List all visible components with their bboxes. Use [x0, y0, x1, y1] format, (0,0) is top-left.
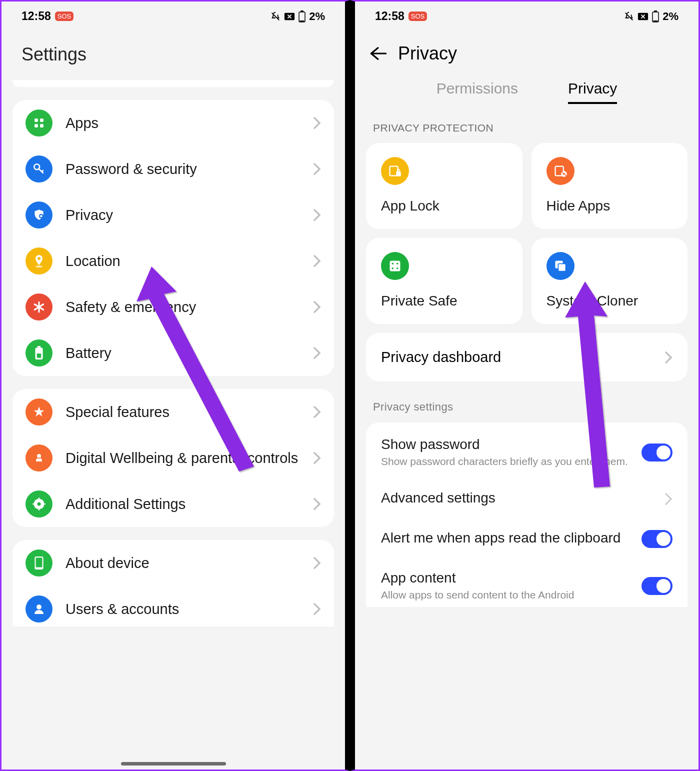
svg-rect-3: [300, 20, 304, 22]
star-icon: [26, 398, 52, 426]
tile-app-lock[interactable]: App Lock: [366, 143, 522, 229]
chevron-right-icon: [313, 116, 321, 130]
settings-item-label: Special features: [66, 404, 300, 420]
settings-group-1: Apps Password & security Privacy Locatio…: [12, 100, 334, 376]
settings-item-label: Privacy: [66, 207, 300, 224]
settings-group-2: Special features Digital Wellbeing & par…: [12, 389, 334, 527]
privacy-screen: 12:58 SOS 2% Privacy Permissions Privacy…: [350, 0, 700, 771]
status-time: 12:58: [375, 10, 404, 23]
sos-badge: SOS: [55, 12, 74, 21]
svg-rect-20: [38, 508, 40, 510]
svg-rect-21: [32, 504, 35, 504]
tile-system-cloner[interactable]: System Cloner: [532, 238, 688, 324]
settings-item-privacy[interactable]: Privacy: [12, 192, 334, 238]
section-header-privacy-settings: Privacy settings: [355, 398, 698, 422]
settings-item-apps[interactable]: Apps: [12, 100, 334, 146]
settings-item-location[interactable]: Location: [12, 238, 334, 284]
svg-point-12: [36, 266, 42, 268]
settings-item-battery[interactable]: Battery: [12, 330, 334, 376]
row-title: Show password: [381, 436, 632, 452]
privacy-dashboard-row[interactable]: Privacy dashboard: [366, 333, 688, 382]
battery-percent: 2%: [309, 10, 325, 23]
tile-private-safe[interactable]: Private Safe: [366, 238, 522, 324]
chevron-right-icon: [664, 351, 672, 364]
privacy-tiles: App Lock Hide Apps Private Safe System C…: [366, 143, 688, 324]
svg-rect-28: [654, 10, 657, 12]
chevron-right-icon: [313, 300, 321, 314]
apps-icon: [26, 110, 52, 136]
tile-hide-apps[interactable]: Hide Apps: [532, 143, 688, 229]
card-x-icon: [284, 12, 295, 21]
card-x-icon: [638, 12, 648, 21]
chevron-right-icon: [313, 208, 321, 222]
card-peek: [12, 80, 334, 87]
svg-rect-24: [36, 558, 42, 567]
row-app-content[interactable]: App content Allow apps to send content t…: [366, 559, 688, 604]
tile-label: App Lock: [381, 198, 508, 214]
settings-item-label: Apps: [66, 115, 300, 132]
svg-rect-2: [300, 10, 304, 12]
pin-icon: [26, 248, 52, 274]
svg-point-10: [40, 215, 42, 217]
toggle-app-content[interactable]: [642, 577, 672, 595]
nav-pill[interactable]: [121, 762, 226, 766]
settings-item-label: Safety & emergency: [66, 299, 300, 316]
svg-rect-5: [40, 118, 44, 122]
chevron-right-icon: [313, 254, 321, 268]
page-title: Settings: [2, 29, 345, 80]
tile-label: Hide Apps: [546, 198, 673, 214]
settings-item-password-security[interactable]: Password & security: [12, 146, 334, 192]
settings-group-3: About device Users & accounts: [12, 540, 334, 626]
privacy-dashboard-label: Privacy dashboard: [381, 349, 501, 366]
settings-item-label: Battery: [66, 345, 300, 362]
tile-label: System Cloner: [546, 293, 673, 309]
settings-item-additional-settings[interactable]: Additional Settings: [12, 481, 334, 527]
svg-rect-6: [34, 124, 38, 128]
svg-rect-15: [37, 354, 42, 358]
toggle-show-password[interactable]: [642, 444, 672, 462]
asterisk-icon: [26, 294, 52, 320]
row-clipboard-alert[interactable]: Alert me when apps read the clipboard: [366, 519, 688, 559]
row-subtitle: Show password characters briefly as you …: [381, 454, 632, 468]
user-icon: [26, 596, 52, 622]
tab-privacy[interactable]: Privacy: [568, 80, 617, 104]
private-safe-icon: [381, 252, 409, 280]
tile-label: Private Safe: [381, 293, 508, 309]
settings-item-label: Digital Wellbeing & parental controls: [66, 449, 300, 467]
settings-item-digital-wellbeing[interactable]: Digital Wellbeing & parental controls: [12, 435, 334, 481]
hide-apps-icon: [546, 157, 574, 185]
bell-off-icon: [624, 11, 634, 22]
settings-item-safety-emergency[interactable]: Safety & emergency: [12, 284, 334, 330]
row-advanced-settings[interactable]: Advanced settings: [366, 479, 688, 519]
chevron-right-icon: [313, 452, 321, 464]
chevron-right-icon: [313, 602, 321, 616]
shield-icon: [26, 202, 52, 228]
status-right: 2%: [270, 10, 325, 23]
svg-rect-31: [396, 172, 400, 176]
svg-rect-19: [38, 498, 40, 500]
row-subtitle: Allow apps to send content to the Androi…: [381, 588, 632, 602]
svg-rect-29: [654, 20, 658, 22]
settings-item-label: Location: [66, 253, 300, 270]
tab-permissions[interactable]: Permissions: [436, 80, 518, 104]
battery-icon: [652, 10, 660, 22]
settings-item-label: Users & accounts: [66, 601, 300, 618]
settings-item-special-features[interactable]: Special features: [12, 389, 334, 435]
settings-screen: 12:58 SOS 2% Settings Apps Password & se…: [0, 0, 350, 771]
settings-item-about-device[interactable]: About device: [12, 540, 334, 586]
svg-point-16: [37, 454, 41, 458]
chevron-right-icon: [664, 492, 672, 506]
settings-item-users-accounts[interactable]: Users & accounts: [12, 586, 334, 626]
heart-icon: [26, 444, 52, 472]
back-arrow-icon[interactable]: [370, 46, 387, 61]
svg-point-36: [396, 263, 398, 265]
chevron-right-icon: [313, 498, 321, 510]
row-show-password[interactable]: Show password Show password characters b…: [366, 426, 688, 479]
sos-badge: SOS: [408, 12, 427, 21]
bell-off-icon: [270, 11, 281, 22]
chevron-right-icon: [313, 406, 321, 418]
svg-point-11: [38, 257, 40, 260]
row-title: Advanced settings: [381, 490, 656, 506]
toggle-clipboard[interactable]: [642, 530, 672, 548]
svg-rect-14: [38, 346, 40, 348]
